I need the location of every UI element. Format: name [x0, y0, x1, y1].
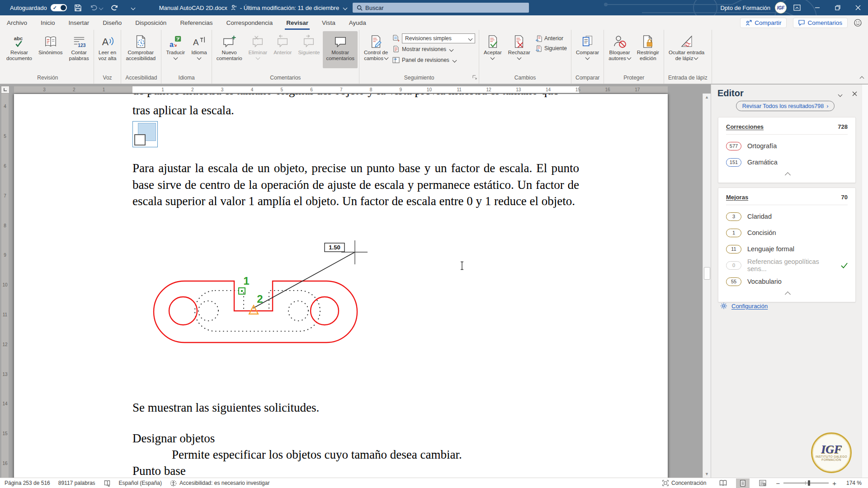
quick-access-more-icon[interactable]: [126, 2, 139, 14]
mostrar-revisiones-button[interactable]: Mostrar revisiones: [392, 44, 475, 54]
pane-close-icon[interactable]: [852, 90, 857, 98]
geopolitical-row[interactable]: 0 Referencias geopolíticas sens...: [726, 257, 848, 273]
ribbon-display-options-button[interactable]: [787, 0, 807, 15]
tab-ayuda[interactable]: Ayuda: [342, 15, 373, 30]
formality-row[interactable]: 11 Lenguaje formal: [726, 241, 848, 257]
search-icon: [357, 5, 363, 11]
zoom-slider[interactable]: − +: [776, 479, 836, 487]
horizontal-ruler[interactable]: 321 1234567891011121314 151617: [10, 86, 703, 94]
tab-insertar[interactable]: Insertar: [62, 15, 96, 30]
cambio-anterior-button[interactable]: Anterior: [535, 34, 567, 42]
formality-count-badge: 11: [726, 245, 741, 253]
revisar-documento-button[interactable]: abc Revisar documento: [3, 31, 35, 68]
save-button[interactable]: [71, 2, 85, 14]
nuevo-comentario-button[interactable]: Nuevo comentario: [213, 31, 245, 68]
document-scrollbar[interactable]: ▲ ▼: [703, 94, 711, 478]
language-indicator[interactable]: Español (España): [119, 480, 162, 486]
tab-disposicion[interactable]: Disposición: [128, 15, 173, 30]
zoom-out-icon[interactable]: −: [776, 479, 780, 487]
search-input[interactable]: Buscar: [353, 3, 529, 13]
comentario-siguiente-button[interactable]: Siguiente: [295, 31, 323, 68]
editor-pane-scrollbar[interactable]: [862, 84, 868, 478]
tab-correspondencia[interactable]: Correspondencia: [219, 15, 279, 30]
bloquear-autores-button[interactable]: Bloquear autores: [605, 31, 633, 68]
refinements-collapse-icon[interactable]: [726, 290, 848, 300]
autosave-control[interactable]: Autoguardado ✓: [10, 4, 67, 11]
editor-abc-icon: abc: [12, 33, 26, 50]
account-avatar[interactable]: IGF: [775, 2, 787, 14]
spelling-row[interactable]: 577 Ortografía: [726, 138, 848, 154]
svg-text:abc: abc: [14, 36, 23, 41]
control-cambios-button[interactable]: Control de cambios: [361, 31, 391, 68]
zoom-in-icon[interactable]: +: [832, 479, 836, 487]
minimize-button[interactable]: [807, 0, 827, 15]
proofing-errors-icon[interactable]: [104, 480, 111, 487]
tab-diseno[interactable]: Diseño: [96, 15, 128, 30]
comentario-anterior-button[interactable]: Anterior: [270, 31, 295, 68]
read-mode-button[interactable]: [716, 479, 730, 488]
cambio-siguiente-button[interactable]: Siguiente: [535, 44, 567, 52]
zoom-level[interactable]: 174 %: [843, 480, 862, 486]
group-entrada-lapiz: Ocultar entrada de lápiz Entrada de lápi…: [664, 30, 712, 84]
pane-options-icon[interactable]: [837, 91, 842, 99]
vertical-ruler[interactable]: 45678910111213141516: [0, 94, 10, 478]
account-name[interactable]: Dpto de Formación: [720, 5, 770, 11]
focus-mode-button[interactable]: Concentración: [662, 480, 706, 486]
word-count-indicator[interactable]: 89117 palabras: [58, 480, 95, 486]
scrollbar-thumb[interactable]: [704, 267, 710, 280]
tab-inicio[interactable]: Inicio: [34, 15, 62, 30]
page-indicator[interactable]: Página 253 de 516: [5, 480, 50, 486]
tab-vista[interactable]: Vista: [315, 15, 342, 30]
restore-button[interactable]: [827, 0, 848, 15]
scroll-down-icon[interactable]: ▼: [703, 470, 711, 478]
rechazar-button[interactable]: Rechazar: [505, 31, 533, 68]
restringir-edicion-button[interactable]: Restringir edición: [634, 31, 662, 68]
feedback-smiley-icon[interactable]: [854, 19, 862, 27]
vertical-ruler-numbers: 45678910111213141516: [1, 92, 9, 478]
revisions-mode-select[interactable]: Revisiones simples: [402, 33, 475, 43]
grammar-row[interactable]: 151 Gramática: [726, 154, 848, 170]
comments-button[interactable]: Comentarios: [793, 18, 848, 28]
leer-voz-alta-button[interactable]: A Leer en voz alta: [95, 31, 120, 68]
tab-archivo[interactable]: Archivo: [0, 15, 34, 30]
tab-referencias[interactable]: Referencias: [173, 15, 219, 30]
traducir-button[interactable]: a Traducir: [163, 31, 188, 68]
undo-button[interactable]: [90, 2, 103, 14]
corrections-collapse-icon[interactable]: [726, 170, 848, 181]
eliminar-comentario-button[interactable]: Eliminar: [245, 31, 271, 68]
print-layout-button[interactable]: [736, 479, 750, 488]
comprobar-accesibilidad-button[interactable]: Comprobar accesibilidad: [123, 31, 159, 68]
accessibility-status[interactable]: Accesibilidad: es necesario investigar: [170, 480, 269, 487]
aceptar-button[interactable]: Aceptar: [481, 31, 505, 68]
accessibility-check-icon: [134, 33, 147, 50]
clarity-row[interactable]: 3 Claridad: [726, 208, 848, 225]
scale-command-image[interactable]: [132, 121, 158, 147]
collapse-ribbon-icon[interactable]: [859, 73, 863, 81]
contar-palabras-button[interactable]: 123 Contar palabras: [66, 31, 92, 68]
web-layout-button[interactable]: [756, 479, 769, 488]
vocabulary-row[interactable]: 55 Vocabulario: [726, 273, 848, 290]
autosave-toggle[interactable]: ✓: [51, 4, 67, 11]
scroll-up-icon[interactable]: ▲: [703, 94, 711, 101]
document-page[interactable]: de puntos muestra el tamaño original del…: [14, 94, 668, 478]
panel-revisiones-button[interactable]: Panel de revisiones: [392, 55, 475, 65]
redo-button[interactable]: [108, 2, 121, 14]
mostrar-comentarios-button[interactable]: Mostrar comentarios: [323, 31, 358, 68]
tab-revisar[interactable]: Revisar: [279, 15, 315, 30]
ocultar-entrada-lapiz-button[interactable]: Ocultar entrada de lápiz: [665, 31, 708, 68]
zoom-slider-thumb[interactable]: [808, 480, 810, 486]
document-title-area[interactable]: Manual AutoCAD 2D.docx - Última modifica…: [159, 5, 347, 11]
idioma-button[interactable]: A Idioma: [188, 31, 210, 68]
conciseness-row[interactable]: 1 Concisión: [726, 225, 848, 241]
clipped-text-line: de puntos muestra el tamaño original del…: [132, 94, 579, 100]
seguimiento-dialog-launcher[interactable]: [472, 74, 477, 82]
close-button[interactable]: [848, 0, 868, 15]
comparar-button[interactable]: Comparar: [573, 31, 602, 68]
share-button[interactable]: Compartir: [740, 18, 787, 28]
share-icon: [745, 20, 752, 26]
new-comment-icon: [222, 33, 236, 50]
rubber-band-line: [253, 252, 355, 308]
review-all-results-button[interactable]: Revisar Todos los resultados798 ›: [736, 101, 835, 111]
editor-settings-button[interactable]: Configuración: [720, 302, 768, 310]
sinonimos-button[interactable]: Sinónimos: [35, 31, 66, 68]
